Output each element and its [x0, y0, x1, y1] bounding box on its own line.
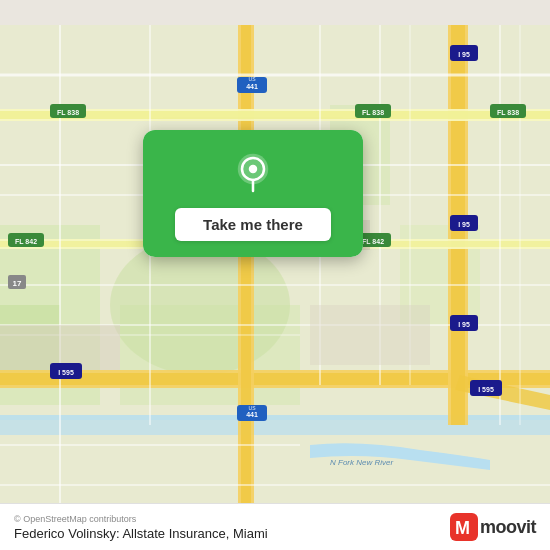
svg-text:I 595: I 595: [58, 369, 74, 376]
svg-text:N Fork New River: N Fork New River: [330, 458, 393, 467]
popup-green-area: Take me there: [143, 130, 363, 257]
svg-text:M: M: [455, 518, 470, 538]
svg-text:17: 17: [13, 279, 22, 288]
svg-text:I 95: I 95: [458, 221, 470, 228]
copyright-text: © OpenStreetMap contributors: [14, 514, 268, 524]
svg-text:441: 441: [246, 83, 258, 90]
svg-text:FL 838: FL 838: [57, 109, 79, 116]
svg-text:I 595: I 595: [478, 386, 494, 393]
svg-text:US: US: [249, 405, 257, 411]
svg-rect-13: [241, 25, 251, 525]
moovit-brand-icon: M: [450, 513, 478, 541]
business-name: Federico Volinsky: Allstate Insurance, M…: [14, 526, 268, 541]
svg-text:441: 441: [246, 411, 258, 418]
moovit-text: moovit: [480, 517, 536, 538]
svg-text:US: US: [249, 76, 257, 82]
moovit-logo: M moovit: [450, 513, 536, 541]
bottom-bar: © OpenStreetMap contributors Federico Vo…: [0, 503, 550, 550]
location-pin-icon: [231, 152, 275, 196]
map-svg: 441 US 441 US I 95 I 95 I 95 FL 838 FL 8…: [0, 0, 550, 550]
svg-text:FL 842: FL 842: [15, 238, 37, 245]
svg-text:I 95: I 95: [458, 51, 470, 58]
svg-text:I 95: I 95: [458, 321, 470, 328]
svg-text:FL 838: FL 838: [497, 109, 519, 116]
bottom-left: © OpenStreetMap contributors Federico Vo…: [14, 514, 268, 541]
svg-text:FL 838: FL 838: [362, 109, 384, 116]
popup-card: Take me there: [143, 130, 363, 257]
take-me-there-button[interactable]: Take me there: [175, 208, 331, 241]
map-container: 441 US 441 US I 95 I 95 I 95 FL 838 FL 8…: [0, 0, 550, 550]
svg-point-67: [249, 165, 257, 173]
svg-text:FL 842: FL 842: [362, 238, 384, 245]
svg-rect-34: [310, 305, 430, 365]
